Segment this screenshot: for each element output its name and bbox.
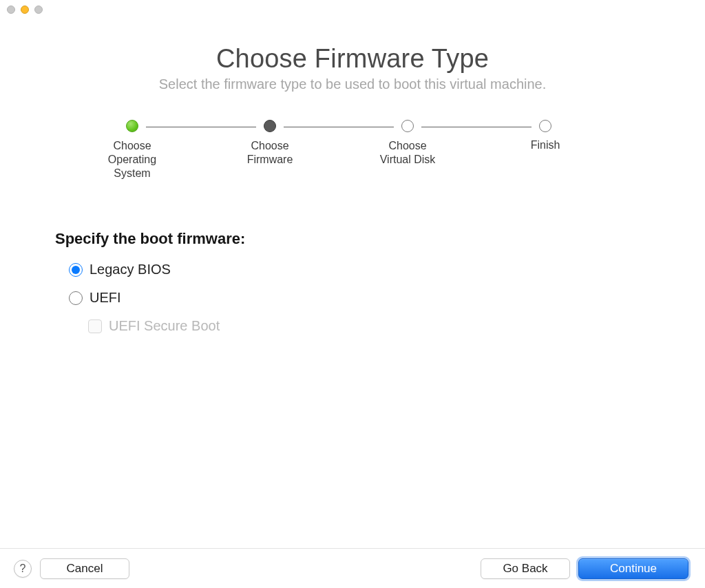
page-title: Choose Firmware Type bbox=[28, 44, 677, 74]
step-dot-future-icon bbox=[539, 120, 551, 132]
cancel-button[interactable]: Cancel bbox=[40, 558, 129, 579]
window-minimize-button[interactable] bbox=[21, 6, 29, 14]
step-finish: Finish bbox=[504, 120, 587, 151]
step-dot-complete-icon bbox=[126, 120, 138, 132]
step-label: ChooseOperatingSystem bbox=[91, 139, 173, 180]
help-icon: ? bbox=[20, 563, 26, 575]
page-subtitle: Select the firmware type to be used to b… bbox=[28, 76, 677, 92]
dialog-content: Choose Firmware Type Select the firmware… bbox=[0, 44, 705, 334]
continue-button[interactable]: Continue bbox=[578, 558, 688, 579]
checkbox-secure-boot: UEFI Secure Boot bbox=[88, 318, 677, 334]
radio-uefi-label: UEFI bbox=[90, 290, 121, 306]
step-choose-firmware: ChooseFirmware bbox=[229, 120, 311, 167]
window-close-button[interactable] bbox=[7, 6, 15, 14]
step-label: ChooseFirmware bbox=[229, 139, 311, 167]
step-dot-future-icon bbox=[401, 120, 414, 132]
step-dot-current-icon bbox=[264, 120, 276, 132]
step-label: Finish bbox=[504, 139, 587, 151]
step-choose-os: ChooseOperatingSystem bbox=[91, 120, 173, 180]
step-label: ChooseVirtual Disk bbox=[366, 139, 449, 167]
radio-uefi-input[interactable] bbox=[69, 291, 83, 305]
continue-button-label: Continue bbox=[610, 562, 657, 576]
go-back-button[interactable]: Go Back bbox=[481, 558, 570, 579]
step-choose-virtual-disk: ChooseVirtual Disk bbox=[366, 120, 449, 167]
window-zoom-button[interactable] bbox=[34, 6, 43, 14]
help-button[interactable]: ? bbox=[14, 560, 32, 578]
radio-uefi[interactable]: UEFI bbox=[69, 290, 677, 306]
checkbox-secure-boot-label: UEFI Secure Boot bbox=[109, 318, 220, 334]
checkbox-secure-boot-box bbox=[88, 319, 102, 333]
radio-legacy-bios-label: Legacy BIOS bbox=[90, 262, 171, 277]
section-heading: Specify the boot firmware: bbox=[55, 230, 677, 248]
go-back-button-label: Go Back bbox=[503, 562, 547, 576]
radio-legacy-bios-input[interactable] bbox=[69, 263, 83, 277]
cancel-button-label: Cancel bbox=[67, 562, 103, 576]
wizard-stepper: ChooseOperatingSystem ChooseFirmware Cho… bbox=[105, 120, 600, 196]
dialog-footer: ? Cancel Go Back Continue bbox=[0, 548, 705, 588]
radio-legacy-bios[interactable]: Legacy BIOS bbox=[69, 262, 677, 277]
window-titlebar bbox=[0, 0, 705, 19]
